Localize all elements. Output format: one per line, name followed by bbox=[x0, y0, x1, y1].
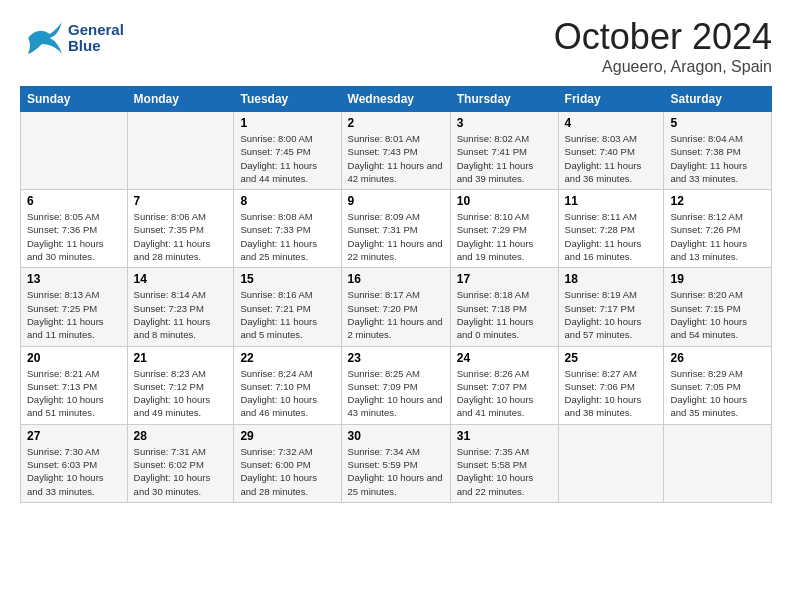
day-number: 24 bbox=[457, 351, 552, 365]
calendar-cell bbox=[21, 112, 128, 190]
day-info: Sunrise: 8:27 AMSunset: 7:06 PMDaylight:… bbox=[565, 367, 658, 420]
day-info: Sunrise: 8:25 AMSunset: 7:09 PMDaylight:… bbox=[348, 367, 444, 420]
day-info: Sunrise: 8:06 AMSunset: 7:35 PMDaylight:… bbox=[134, 210, 228, 263]
month-title: October 2024 bbox=[554, 16, 772, 58]
day-info: Sunrise: 8:18 AMSunset: 7:18 PMDaylight:… bbox=[457, 288, 552, 341]
day-number: 11 bbox=[565, 194, 658, 208]
day-number: 31 bbox=[457, 429, 552, 443]
calendar-cell: 1Sunrise: 8:00 AMSunset: 7:45 PMDaylight… bbox=[234, 112, 341, 190]
calendar-cell: 10Sunrise: 8:10 AMSunset: 7:29 PMDayligh… bbox=[450, 190, 558, 268]
day-info: Sunrise: 8:02 AMSunset: 7:41 PMDaylight:… bbox=[457, 132, 552, 185]
calendar-cell bbox=[127, 112, 234, 190]
day-number: 9 bbox=[348, 194, 444, 208]
calendar-cell: 16Sunrise: 8:17 AMSunset: 7:20 PMDayligh… bbox=[341, 268, 450, 346]
calendar-cell: 18Sunrise: 8:19 AMSunset: 7:17 PMDayligh… bbox=[558, 268, 664, 346]
day-info: Sunrise: 8:29 AMSunset: 7:05 PMDaylight:… bbox=[670, 367, 765, 420]
calendar-cell: 30Sunrise: 7:34 AMSunset: 5:59 PMDayligh… bbox=[341, 424, 450, 502]
day-number: 18 bbox=[565, 272, 658, 286]
weekday-header-row: SundayMondayTuesdayWednesdayThursdayFrid… bbox=[21, 87, 772, 112]
calendar-cell: 23Sunrise: 8:25 AMSunset: 7:09 PMDayligh… bbox=[341, 346, 450, 424]
calendar-cell: 4Sunrise: 8:03 AMSunset: 7:40 PMDaylight… bbox=[558, 112, 664, 190]
day-info: Sunrise: 8:16 AMSunset: 7:21 PMDaylight:… bbox=[240, 288, 334, 341]
calendar-week-row: 27Sunrise: 7:30 AMSunset: 6:03 PMDayligh… bbox=[21, 424, 772, 502]
day-info: Sunrise: 7:32 AMSunset: 6:00 PMDaylight:… bbox=[240, 445, 334, 498]
title-section: October 2024 Agueero, Aragon, Spain bbox=[554, 16, 772, 76]
calendar-cell: 2Sunrise: 8:01 AMSunset: 7:43 PMDaylight… bbox=[341, 112, 450, 190]
calendar-cell: 19Sunrise: 8:20 AMSunset: 7:15 PMDayligh… bbox=[664, 268, 772, 346]
weekday-header-friday: Friday bbox=[558, 87, 664, 112]
day-number: 14 bbox=[134, 272, 228, 286]
calendar-cell: 7Sunrise: 8:06 AMSunset: 7:35 PMDaylight… bbox=[127, 190, 234, 268]
calendar-cell: 5Sunrise: 8:04 AMSunset: 7:38 PMDaylight… bbox=[664, 112, 772, 190]
day-number: 27 bbox=[27, 429, 121, 443]
calendar-cell: 14Sunrise: 8:14 AMSunset: 7:23 PMDayligh… bbox=[127, 268, 234, 346]
day-number: 7 bbox=[134, 194, 228, 208]
day-number: 19 bbox=[670, 272, 765, 286]
location: Agueero, Aragon, Spain bbox=[554, 58, 772, 76]
day-number: 20 bbox=[27, 351, 121, 365]
calendar-cell: 17Sunrise: 8:18 AMSunset: 7:18 PMDayligh… bbox=[450, 268, 558, 346]
calendar-cell: 6Sunrise: 8:05 AMSunset: 7:36 PMDaylight… bbox=[21, 190, 128, 268]
day-number: 1 bbox=[240, 116, 334, 130]
day-number: 15 bbox=[240, 272, 334, 286]
day-info: Sunrise: 8:04 AMSunset: 7:38 PMDaylight:… bbox=[670, 132, 765, 185]
day-number: 3 bbox=[457, 116, 552, 130]
day-info: Sunrise: 7:31 AMSunset: 6:02 PMDaylight:… bbox=[134, 445, 228, 498]
logo-line1: General bbox=[68, 22, 124, 39]
calendar-cell: 31Sunrise: 7:35 AMSunset: 5:58 PMDayligh… bbox=[450, 424, 558, 502]
calendar-cell: 15Sunrise: 8:16 AMSunset: 7:21 PMDayligh… bbox=[234, 268, 341, 346]
calendar-cell: 29Sunrise: 7:32 AMSunset: 6:00 PMDayligh… bbox=[234, 424, 341, 502]
day-info: Sunrise: 8:08 AMSunset: 7:33 PMDaylight:… bbox=[240, 210, 334, 263]
day-info: Sunrise: 8:11 AMSunset: 7:28 PMDaylight:… bbox=[565, 210, 658, 263]
weekday-header-wednesday: Wednesday bbox=[341, 87, 450, 112]
weekday-header-sunday: Sunday bbox=[21, 87, 128, 112]
day-number: 4 bbox=[565, 116, 658, 130]
calendar-cell: 27Sunrise: 7:30 AMSunset: 6:03 PMDayligh… bbox=[21, 424, 128, 502]
day-number: 28 bbox=[134, 429, 228, 443]
calendar-week-row: 20Sunrise: 8:21 AMSunset: 7:13 PMDayligh… bbox=[21, 346, 772, 424]
day-info: Sunrise: 8:24 AMSunset: 7:10 PMDaylight:… bbox=[240, 367, 334, 420]
day-info: Sunrise: 8:26 AMSunset: 7:07 PMDaylight:… bbox=[457, 367, 552, 420]
logo-line2: Blue bbox=[68, 38, 124, 55]
day-number: 13 bbox=[27, 272, 121, 286]
logo: General Blue bbox=[20, 16, 124, 60]
day-info: Sunrise: 8:03 AMSunset: 7:40 PMDaylight:… bbox=[565, 132, 658, 185]
calendar-cell: 24Sunrise: 8:26 AMSunset: 7:07 PMDayligh… bbox=[450, 346, 558, 424]
day-number: 23 bbox=[348, 351, 444, 365]
calendar-week-row: 1Sunrise: 8:00 AMSunset: 7:45 PMDaylight… bbox=[21, 112, 772, 190]
calendar-week-row: 6Sunrise: 8:05 AMSunset: 7:36 PMDaylight… bbox=[21, 190, 772, 268]
calendar-cell bbox=[558, 424, 664, 502]
calendar-cell: 13Sunrise: 8:13 AMSunset: 7:25 PMDayligh… bbox=[21, 268, 128, 346]
day-number: 10 bbox=[457, 194, 552, 208]
day-number: 8 bbox=[240, 194, 334, 208]
day-number: 17 bbox=[457, 272, 552, 286]
weekday-header-thursday: Thursday bbox=[450, 87, 558, 112]
day-number: 16 bbox=[348, 272, 444, 286]
day-info: Sunrise: 8:23 AMSunset: 7:12 PMDaylight:… bbox=[134, 367, 228, 420]
day-info: Sunrise: 7:34 AMSunset: 5:59 PMDaylight:… bbox=[348, 445, 444, 498]
calendar-cell: 26Sunrise: 8:29 AMSunset: 7:05 PMDayligh… bbox=[664, 346, 772, 424]
day-info: Sunrise: 8:10 AMSunset: 7:29 PMDaylight:… bbox=[457, 210, 552, 263]
calendar-cell: 11Sunrise: 8:11 AMSunset: 7:28 PMDayligh… bbox=[558, 190, 664, 268]
logo-bird-icon bbox=[20, 16, 64, 60]
day-info: Sunrise: 8:20 AMSunset: 7:15 PMDaylight:… bbox=[670, 288, 765, 341]
day-number: 29 bbox=[240, 429, 334, 443]
page-header: General Blue October 2024 Agueero, Arago… bbox=[20, 16, 772, 76]
weekday-header-monday: Monday bbox=[127, 87, 234, 112]
calendar-cell: 20Sunrise: 8:21 AMSunset: 7:13 PMDayligh… bbox=[21, 346, 128, 424]
calendar-cell: 22Sunrise: 8:24 AMSunset: 7:10 PMDayligh… bbox=[234, 346, 341, 424]
day-info: Sunrise: 8:13 AMSunset: 7:25 PMDaylight:… bbox=[27, 288, 121, 341]
day-info: Sunrise: 8:00 AMSunset: 7:45 PMDaylight:… bbox=[240, 132, 334, 185]
day-number: 22 bbox=[240, 351, 334, 365]
day-info: Sunrise: 7:30 AMSunset: 6:03 PMDaylight:… bbox=[27, 445, 121, 498]
day-info: Sunrise: 8:19 AMSunset: 7:17 PMDaylight:… bbox=[565, 288, 658, 341]
day-number: 25 bbox=[565, 351, 658, 365]
day-info: Sunrise: 8:09 AMSunset: 7:31 PMDaylight:… bbox=[348, 210, 444, 263]
day-info: Sunrise: 7:35 AMSunset: 5:58 PMDaylight:… bbox=[457, 445, 552, 498]
calendar-cell: 8Sunrise: 8:08 AMSunset: 7:33 PMDaylight… bbox=[234, 190, 341, 268]
day-info: Sunrise: 8:14 AMSunset: 7:23 PMDaylight:… bbox=[134, 288, 228, 341]
calendar-cell: 21Sunrise: 8:23 AMSunset: 7:12 PMDayligh… bbox=[127, 346, 234, 424]
calendar-cell: 28Sunrise: 7:31 AMSunset: 6:02 PMDayligh… bbox=[127, 424, 234, 502]
day-number: 12 bbox=[670, 194, 765, 208]
day-info: Sunrise: 8:12 AMSunset: 7:26 PMDaylight:… bbox=[670, 210, 765, 263]
